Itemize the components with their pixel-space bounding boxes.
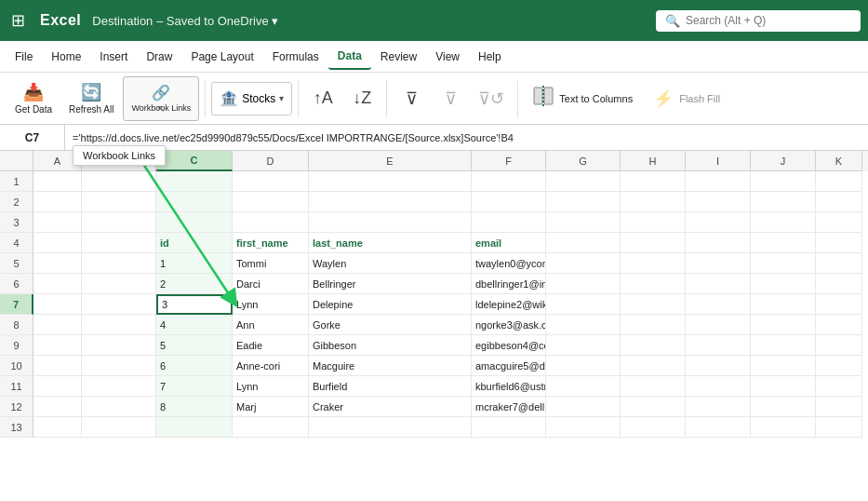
table-row: 1 (0, 171, 868, 192)
sort-asc-icon: ↑A (314, 88, 333, 108)
row-num[interactable]: 3 (0, 212, 33, 233)
stocks-icon: 🏦 (220, 89, 238, 107)
table-row: 2 (0, 192, 868, 212)
stocks-button[interactable]: 🏦 Stocks ▾ (211, 82, 292, 115)
svg-rect-1 (544, 88, 553, 104)
separator-4 (517, 80, 518, 117)
menu-formulas[interactable]: Formulas (263, 45, 328, 69)
col-header-e[interactable]: E (309, 151, 472, 171)
clear-filter-button[interactable]: ⊽ (432, 76, 469, 121)
table-row: 51TommiWaylentwaylen0@ycombinator.com (0, 253, 868, 274)
row-num[interactable]: 10 (0, 356, 33, 376)
doc-title: Destination – Saved to OneDrive ▾ (92, 14, 645, 28)
spreadsheet-area: A B C D E F G H I J K 1 2 3 4idfirst_nam… (0, 151, 868, 438)
row-num[interactable]: 4 (0, 233, 33, 253)
col-header-c[interactable]: C (156, 151, 233, 171)
cell-reference[interactable]: C7 (0, 125, 65, 150)
row-num[interactable]: 7 (0, 294, 33, 315)
col-header-k[interactable]: K (816, 151, 862, 171)
svg-rect-0 (534, 88, 542, 104)
col-header-f[interactable]: F (472, 151, 546, 171)
search-icon: 🔍 (665, 14, 680, 28)
formula-content: ='https://d.docs.live.net/ec25d9990d879c… (65, 132, 868, 143)
table-row: 4idfirst_namelast_nameemail (0, 233, 868, 253)
reapply-icon: ⊽↺ (478, 88, 504, 109)
table-row: 73LynnDelepineldelepine2@wikispaces.com (0, 294, 868, 315)
table-row: 84AnnGorkengorke3@ask.com (0, 315, 868, 335)
search-input[interactable] (686, 14, 844, 27)
row-num[interactable]: 6 (0, 274, 33, 294)
row-num[interactable]: 1 (0, 171, 33, 192)
row-num[interactable]: 8 (0, 315, 33, 335)
sheet-grid: A B C D E F G H I J K 1 2 3 4idfirst_nam… (0, 151, 868, 438)
row-num[interactable]: 11 (0, 376, 33, 397)
menu-help[interactable]: Help (469, 45, 511, 69)
sort-desc-icon: ↓Z (353, 88, 371, 108)
formula-text: ='https://d.docs.live.net/ec25d9990d879c… (73, 132, 514, 143)
ribbon: 📥 Get Data 🔄 Refresh All 🔗 Workbook Link… (0, 73, 868, 125)
menu-page-layout[interactable]: Page Layout (181, 45, 262, 69)
workbook-links-button[interactable]: 🔗 Workbook Links ↖ (123, 76, 199, 121)
workbook-links-icon: 🔗 (152, 84, 170, 102)
menu-file[interactable]: File (6, 45, 42, 69)
row-num[interactable]: 2 (0, 192, 33, 212)
sort-asc-button[interactable]: ↑A (304, 76, 341, 121)
row-num-header (0, 151, 33, 171)
refresh-icon: 🔄 (81, 82, 101, 102)
row-num[interactable]: 13 (0, 417, 33, 438)
sort-desc-button[interactable]: ↓Z (343, 76, 381, 121)
filter-icon: ⊽ (406, 88, 418, 109)
separator-3 (386, 80, 387, 117)
menu-insert[interactable]: Insert (90, 45, 137, 69)
flash-fill-button[interactable]: ⚡ Flash Fill (644, 76, 729, 121)
col-header-g[interactable]: G (546, 151, 621, 171)
table-row: 106Anne-coriMacguireamacguire5@dyndns.or… (0, 356, 868, 376)
filter-button[interactable]: ⊽ (393, 76, 430, 121)
table-row: 3 (0, 212, 868, 233)
refresh-all-button[interactable]: 🔄 Refresh All (61, 76, 121, 121)
menu-view[interactable]: View (426, 45, 469, 69)
clear-filter-icon: ⊽ (445, 88, 457, 109)
separator-1 (205, 80, 206, 117)
col-header-d[interactable]: D (233, 151, 309, 171)
menu-review[interactable]: Review (371, 45, 426, 69)
menu-home[interactable]: Home (42, 45, 90, 69)
reapply-button[interactable]: ⊽↺ (471, 76, 512, 121)
table-row: 95EadieGibbesonegibbeson4@comsenz.com (0, 335, 868, 356)
get-data-button[interactable]: 📥 Get Data (7, 76, 60, 121)
text-to-columns-icon (533, 85, 554, 112)
get-data-icon: 📥 (23, 82, 44, 102)
table-row: 62DarciBellringerdbellringer1@imdb.com (0, 274, 868, 294)
menu-bar: File Home Insert Draw Page Layout Formul… (0, 41, 868, 73)
workbook-links-tooltip: Workbook Links (73, 145, 166, 166)
row-num[interactable]: 9 (0, 335, 33, 356)
top-bar: ⊞ Excel Destination – Saved to OneDrive … (0, 0, 868, 41)
menu-data[interactable]: Data (328, 44, 371, 70)
row-num[interactable]: 12 (0, 397, 33, 417)
waffle-icon[interactable]: ⊞ (7, 7, 29, 34)
col-header-j[interactable]: J (751, 151, 816, 171)
col-header-i[interactable]: I (686, 151, 751, 171)
row-num[interactable]: 5 (0, 253, 33, 274)
table-row: 128MarjCrakermcraker7@dell.com (0, 397, 868, 417)
table-row: 117LynnBurfieldkburfield6@ustream.tv (0, 376, 868, 397)
table-row: 13 (0, 417, 868, 438)
separator-2 (298, 80, 299, 117)
text-to-columns-button[interactable]: Text to Columns (524, 76, 642, 121)
menu-draw[interactable]: Draw (137, 45, 181, 69)
flash-fill-icon: ⚡ (653, 88, 674, 109)
stocks-dropdown-icon: ▾ (279, 93, 284, 103)
tooltip-label: Workbook Links (83, 150, 155, 161)
search-box[interactable]: 🔍 (656, 10, 861, 32)
col-header-h[interactable]: H (621, 151, 686, 171)
app-name: Excel (40, 12, 81, 29)
